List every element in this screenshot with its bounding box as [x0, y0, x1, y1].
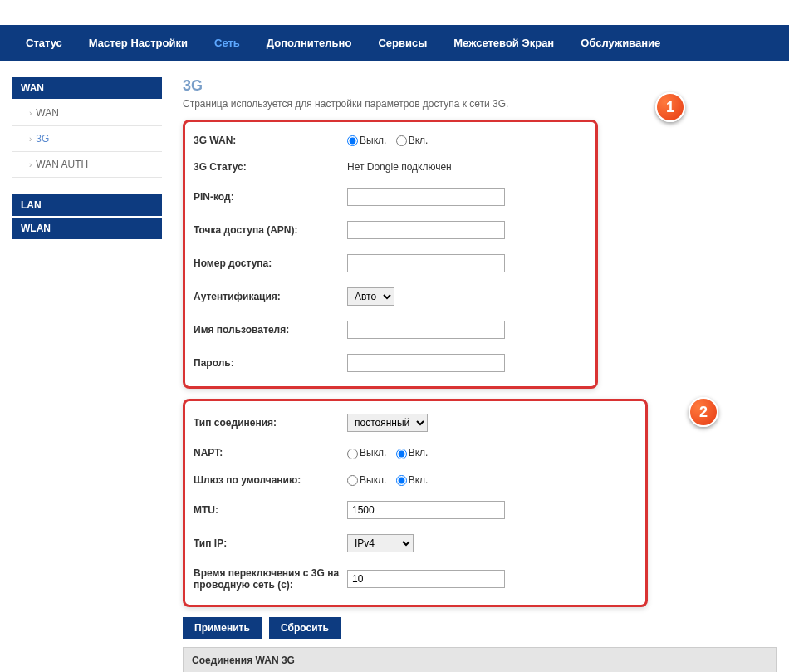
- input-mtu[interactable]: [347, 501, 505, 519]
- form-block-2: Тип соединения: постоянный NAPT: Выкл. В…: [183, 399, 648, 607]
- sidebar-item-label: WAN AUTH: [36, 159, 88, 170]
- nav-advanced[interactable]: Дополнительно: [253, 25, 365, 61]
- label-3g-wan: 3G WAN:: [194, 135, 347, 146]
- input-dial[interactable]: [347, 254, 505, 272]
- radio-gw-on[interactable]: Вкл.: [396, 474, 429, 486]
- main-content: 1 2 3G Страница используется для настрой…: [162, 77, 777, 672]
- sidebar-header-wlan[interactable]: WLAN: [12, 218, 162, 239]
- label-mtu: MTU:: [194, 504, 347, 516]
- label-conn-type: Тип соединения:: [194, 417, 347, 429]
- reset-button[interactable]: Сбросить: [269, 617, 341, 639]
- page-title: 3G: [183, 77, 777, 95]
- sidebar-item-label: 3G: [36, 133, 49, 145]
- label-auth: Аутентификация:: [194, 291, 347, 302]
- chevron-icon: ›: [29, 160, 32, 169]
- label-pass: Пароль:: [194, 357, 347, 369]
- input-pin[interactable]: [347, 188, 505, 206]
- select-conn-type[interactable]: постоянный: [347, 414, 428, 432]
- sidebar-header-wan[interactable]: WAN: [12, 77, 162, 99]
- nav-firewall[interactable]: Межсетевой Экран: [440, 25, 567, 61]
- chevron-icon: ›: [29, 135, 32, 144]
- sidebar-item-wanauth[interactable]: ›WAN AUTH: [12, 152, 162, 178]
- radio-3gwan-off[interactable]: Выкл.: [347, 135, 386, 146]
- wan-3g-table: Соединения WAN 3G Интерфейс Шлюз по-умол…: [183, 647, 777, 672]
- select-iptype[interactable]: IPv4: [347, 534, 414, 552]
- sidebar-item-wan[interactable]: ›WAN: [12, 101, 162, 126]
- annotation-badge-2: 2: [689, 397, 718, 427]
- radio-napt-off[interactable]: Выкл.: [347, 447, 386, 459]
- label-pin: PIN-код:: [194, 191, 347, 203]
- table-title: Соединения WAN 3G: [184, 648, 776, 672]
- label-iptype: Тип IP:: [194, 537, 347, 549]
- radio-gw-off[interactable]: Выкл.: [347, 474, 386, 486]
- sidebar-item-label: WAN: [36, 107, 59, 119]
- input-user[interactable]: [347, 321, 505, 339]
- annotation-badge-1: 1: [655, 92, 685, 122]
- value-3g-status: Нет Dongle подключен: [347, 161, 587, 173]
- sidebar-header-lan[interactable]: LAN: [12, 194, 162, 216]
- radio-napt-on[interactable]: Вкл.: [396, 447, 429, 459]
- page-subtitle: Страница используется для настройки пара…: [183, 98, 777, 110]
- top-nav: Статус Мастер Настройки Сеть Дополнитель…: [0, 25, 789, 61]
- input-pass[interactable]: [347, 354, 505, 372]
- sidebar: WAN ›WAN ›3G ›WAN AUTH LAN WLAN: [12, 77, 162, 672]
- label-dial: Номер доступа:: [194, 258, 347, 269]
- input-switch-time[interactable]: [347, 570, 505, 588]
- select-auth[interactable]: Авто: [347, 287, 394, 306]
- label-default-gw: Шлюз по умолчанию:: [194, 474, 347, 486]
- sidebar-item-3g[interactable]: ›3G: [12, 126, 162, 152]
- label-user: Имя пользователя:: [194, 324, 347, 336]
- nav-status[interactable]: Статус: [12, 25, 76, 61]
- input-apn[interactable]: [347, 221, 505, 239]
- nav-wizard[interactable]: Мастер Настройки: [76, 25, 201, 61]
- label-napt: NAPT:: [194, 447, 347, 459]
- nav-services[interactable]: Сервисы: [365, 25, 440, 61]
- radio-3gwan-on[interactable]: Вкл.: [396, 135, 429, 146]
- label-3g-status: 3G Статус:: [194, 161, 347, 173]
- label-switch-time: Время переключения с 3G на проводную сет…: [194, 567, 347, 591]
- apply-button[interactable]: Применить: [183, 617, 262, 639]
- nav-network[interactable]: Сеть: [201, 25, 253, 61]
- button-row-1: Применить Сбросить: [183, 617, 777, 639]
- chevron-icon: ›: [29, 109, 32, 118]
- label-apn: Точка доступа (APN):: [194, 224, 347, 236]
- form-block-1: 3G WAN: Выкл. Вкл. 3G Статус: Нет Dongle…: [183, 120, 598, 389]
- nav-maintenance[interactable]: Обслуживание: [567, 25, 674, 61]
